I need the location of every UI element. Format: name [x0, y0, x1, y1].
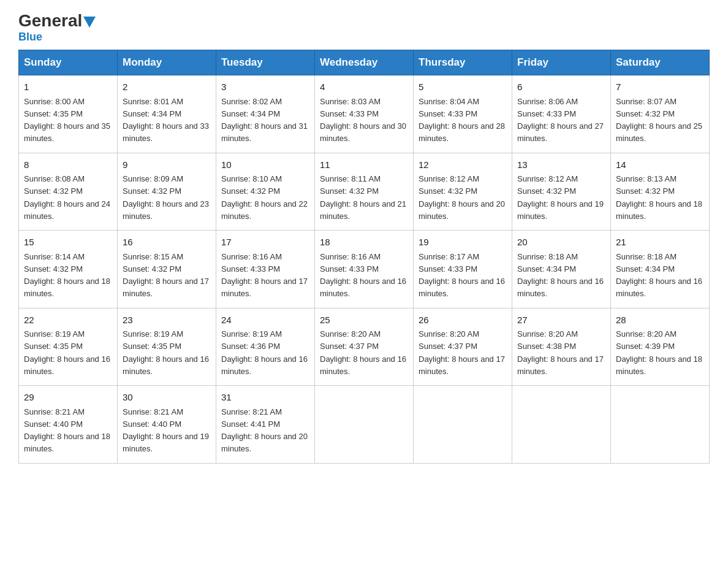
day-number: 22: [24, 313, 112, 327]
calendar-cell: 4 Sunrise: 8:03 AMSunset: 4:33 PMDayligh…: [315, 75, 414, 153]
day-info: Sunrise: 8:16 AMSunset: 4:33 PMDaylight:…: [320, 252, 406, 299]
calendar-cell: [512, 386, 611, 464]
calendar-cell: 21 Sunrise: 8:18 AMSunset: 4:34 PMDaylig…: [611, 231, 710, 308]
day-info: Sunrise: 8:12 AMSunset: 4:32 PMDaylight:…: [419, 174, 505, 221]
day-info: Sunrise: 8:18 AMSunset: 4:34 PMDaylight:…: [616, 252, 702, 299]
calendar-cell: 29 Sunrise: 8:21 AMSunset: 4:40 PMDaylig…: [19, 386, 118, 464]
calendar-cell: 10 Sunrise: 8:10 AMSunset: 4:32 PMDaylig…: [216, 153, 315, 231]
calendar-cell: 7 Sunrise: 8:07 AMSunset: 4:32 PMDayligh…: [611, 75, 710, 153]
column-header-thursday: Thursday: [414, 50, 512, 75]
day-info: Sunrise: 8:19 AMSunset: 4:35 PMDaylight:…: [24, 329, 110, 376]
calendar-cell: 24 Sunrise: 8:19 AMSunset: 4:36 PMDaylig…: [216, 308, 315, 386]
calendar-cell: 14 Sunrise: 8:13 AMSunset: 4:32 PMDaylig…: [611, 153, 710, 231]
day-info: Sunrise: 8:11 AMSunset: 4:32 PMDaylight:…: [320, 174, 406, 221]
day-info: Sunrise: 8:00 AMSunset: 4:35 PMDaylight:…: [24, 97, 110, 144]
day-info: Sunrise: 8:20 AMSunset: 4:39 PMDaylight:…: [616, 329, 702, 376]
day-info: Sunrise: 8:20 AMSunset: 4:37 PMDaylight:…: [419, 329, 505, 376]
day-info: Sunrise: 8:19 AMSunset: 4:36 PMDaylight:…: [221, 329, 308, 376]
calendar-cell: 18 Sunrise: 8:16 AMSunset: 4:33 PMDaylig…: [315, 231, 414, 308]
calendar-week-row: 8 Sunrise: 8:08 AMSunset: 4:32 PMDayligh…: [19, 153, 710, 231]
day-info: Sunrise: 8:18 AMSunset: 4:34 PMDaylight:…: [517, 252, 604, 299]
day-info: Sunrise: 8:01 AMSunset: 4:34 PMDaylight:…: [123, 97, 209, 144]
day-number: 20: [517, 236, 605, 250]
calendar-cell: 2 Sunrise: 8:01 AMSunset: 4:34 PMDayligh…: [118, 75, 216, 153]
calendar-cell: 12 Sunrise: 8:12 AMSunset: 4:32 PMDaylig…: [414, 153, 512, 231]
day-number: 27: [517, 313, 605, 327]
day-info: Sunrise: 8:20 AMSunset: 4:38 PMDaylight:…: [517, 329, 604, 376]
day-info: Sunrise: 8:02 AMSunset: 4:34 PMDaylight:…: [221, 97, 308, 144]
day-info: Sunrise: 8:16 AMSunset: 4:33 PMDaylight:…: [221, 252, 308, 299]
column-header-saturday: Saturday: [611, 50, 710, 75]
calendar-cell: 25 Sunrise: 8:20 AMSunset: 4:37 PMDaylig…: [315, 308, 414, 386]
calendar-cell: 19 Sunrise: 8:17 AMSunset: 4:33 PMDaylig…: [414, 231, 512, 308]
logo-text: General: [18, 12, 96, 29]
day-info: Sunrise: 8:07 AMSunset: 4:32 PMDaylight:…: [616, 97, 702, 144]
day-number: 30: [123, 391, 211, 405]
calendar-cell: 6 Sunrise: 8:06 AMSunset: 4:33 PMDayligh…: [512, 75, 611, 153]
day-number: 16: [123, 236, 211, 250]
day-number: 31: [221, 391, 309, 405]
calendar-cell: [315, 386, 414, 464]
calendar-cell: 17 Sunrise: 8:16 AMSunset: 4:33 PMDaylig…: [216, 231, 315, 308]
calendar-cell: 11 Sunrise: 8:11 AMSunset: 4:32 PMDaylig…: [315, 153, 414, 231]
calendar-cell: [611, 386, 710, 464]
logo-blue: Blue: [18, 31, 42, 44]
calendar-cell: 26 Sunrise: 8:20 AMSunset: 4:37 PMDaylig…: [414, 308, 512, 386]
calendar-cell: 27 Sunrise: 8:20 AMSunset: 4:38 PMDaylig…: [512, 308, 611, 386]
calendar-cell: 15 Sunrise: 8:14 AMSunset: 4:32 PMDaylig…: [19, 231, 118, 308]
logo-general: General: [18, 11, 82, 30]
calendar-week-row: 15 Sunrise: 8:14 AMSunset: 4:32 PMDaylig…: [19, 231, 710, 308]
day-info: Sunrise: 8:08 AMSunset: 4:32 PMDaylight:…: [24, 174, 110, 221]
day-number: 4: [320, 80, 408, 94]
day-info: Sunrise: 8:21 AMSunset: 4:40 PMDaylight:…: [24, 407, 110, 454]
day-number: 9: [123, 158, 211, 172]
page: General Blue SundayMondayTuesdayWednesda…: [0, 0, 728, 482]
calendar-header-row: SundayMondayTuesdayWednesdayThursdayFrid…: [19, 50, 710, 75]
day-number: 24: [221, 313, 309, 327]
day-number: 26: [419, 313, 507, 327]
calendar-table: SundayMondayTuesdayWednesdayThursdayFrid…: [18, 50, 710, 464]
day-number: 15: [24, 236, 112, 250]
day-info: Sunrise: 8:09 AMSunset: 4:32 PMDaylight:…: [123, 174, 209, 221]
calendar-cell: 16 Sunrise: 8:15 AMSunset: 4:32 PMDaylig…: [118, 231, 216, 308]
day-number: 8: [24, 158, 112, 172]
day-info: Sunrise: 8:06 AMSunset: 4:33 PMDaylight:…: [517, 97, 604, 144]
calendar-cell: 20 Sunrise: 8:18 AMSunset: 4:34 PMDaylig…: [512, 231, 611, 308]
day-info: Sunrise: 8:13 AMSunset: 4:32 PMDaylight:…: [616, 174, 702, 221]
day-info: Sunrise: 8:20 AMSunset: 4:37 PMDaylight:…: [320, 329, 406, 376]
column-header-sunday: Sunday: [19, 50, 118, 75]
column-header-friday: Friday: [512, 50, 611, 75]
calendar-cell: 13 Sunrise: 8:12 AMSunset: 4:32 PMDaylig…: [512, 153, 611, 231]
day-info: Sunrise: 8:21 AMSunset: 4:40 PMDaylight:…: [123, 407, 209, 454]
day-number: 12: [419, 158, 507, 172]
day-number: 21: [616, 236, 704, 250]
column-header-tuesday: Tuesday: [216, 50, 315, 75]
calendar-cell: 22 Sunrise: 8:19 AMSunset: 4:35 PMDaylig…: [19, 308, 118, 386]
day-number: 29: [24, 391, 112, 405]
day-number: 18: [320, 236, 408, 250]
day-number: 25: [320, 313, 408, 327]
day-number: 6: [517, 80, 605, 94]
day-info: Sunrise: 8:15 AMSunset: 4:32 PMDaylight:…: [123, 252, 209, 299]
day-number: 23: [123, 313, 211, 327]
calendar-cell: 3 Sunrise: 8:02 AMSunset: 4:34 PMDayligh…: [216, 75, 315, 153]
day-number: 3: [221, 80, 309, 94]
calendar-week-row: 22 Sunrise: 8:19 AMSunset: 4:35 PMDaylig…: [19, 308, 710, 386]
day-info: Sunrise: 8:03 AMSunset: 4:33 PMDaylight:…: [320, 97, 406, 144]
day-number: 1: [24, 80, 112, 94]
day-number: 28: [616, 313, 704, 327]
day-info: Sunrise: 8:19 AMSunset: 4:35 PMDaylight:…: [123, 329, 209, 376]
day-number: 10: [221, 158, 309, 172]
calendar-cell: 30 Sunrise: 8:21 AMSunset: 4:40 PMDaylig…: [118, 386, 216, 464]
day-number: 13: [517, 158, 605, 172]
day-info: Sunrise: 8:12 AMSunset: 4:32 PMDaylight:…: [517, 174, 604, 221]
calendar-cell: 23 Sunrise: 8:19 AMSunset: 4:35 PMDaylig…: [118, 308, 216, 386]
calendar-cell: [414, 386, 512, 464]
calendar-week-row: 29 Sunrise: 8:21 AMSunset: 4:40 PMDaylig…: [19, 386, 710, 464]
calendar-cell: 1 Sunrise: 8:00 AMSunset: 4:35 PMDayligh…: [19, 75, 118, 153]
day-info: Sunrise: 8:21 AMSunset: 4:41 PMDaylight:…: [221, 407, 308, 454]
calendar-cell: 5 Sunrise: 8:04 AMSunset: 4:33 PMDayligh…: [414, 75, 512, 153]
column-header-wednesday: Wednesday: [315, 50, 414, 75]
day-number: 2: [123, 80, 211, 94]
calendar-cell: 31 Sunrise: 8:21 AMSunset: 4:41 PMDaylig…: [216, 386, 315, 464]
